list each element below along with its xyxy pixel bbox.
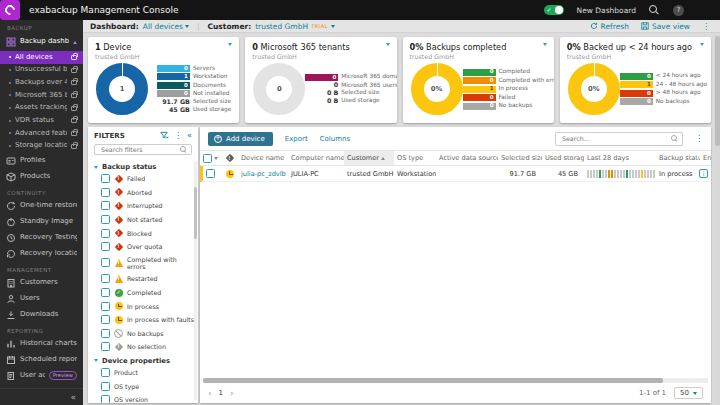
sidebar-item-recovery-locations[interactable]: Recovery locations [0,246,83,262]
card-title: 0 Microsoft 365 tenants [252,42,389,52]
checkbox[interactable] [101,315,110,324]
checkbox[interactable] [101,274,110,283]
sidebar-item-advanced-features[interactable]: Advanced features [0,127,83,140]
checkbox[interactable] [101,201,110,210]
sidebar-collapse-button[interactable]: « [0,388,83,405]
filters-scrollbar-thumb[interactable] [194,187,197,239]
cell-last28 [584,166,656,181]
table-toolbar: + Add device Export Columns ⋮ [200,127,711,150]
column-header-used-storage[interactable]: Used storage [542,151,584,165]
new-dashboard-toggle[interactable] [544,5,564,15]
sidebar-item-label: Profiles [20,157,77,165]
historical-charts-icon [6,339,16,349]
sidebar-item-users[interactable]: Users [0,291,83,307]
card-menu-chevron-icon[interactable] [543,43,547,46]
sidebar-item-microsoft-365-backups[interactable]: Microsoft 365 backups [0,89,83,102]
checkbox[interactable] [101,395,110,403]
row-checkbox[interactable] [206,169,215,178]
filter-search-input[interactable] [99,145,177,154]
sidebar-item-historical-charts[interactable]: Historical charts [0,336,83,352]
checkbox[interactable] [101,242,110,251]
column-header-active-data-sources[interactable]: Active data sources [436,151,498,165]
sidebar-item-scheduled-reports[interactable]: Scheduled reports [0,352,83,368]
filter-item-label: Interrupted [127,202,163,209]
checkbox[interactable] [101,188,110,197]
customer-selector[interactable]: trusted GmbH TRIAL [255,22,334,31]
card-menu-chevron-icon[interactable] [386,43,390,46]
column-header-errors[interactable]: Errors [700,151,711,165]
select-all-checkbox[interactable] [203,154,212,163]
card-menu-chevron-icon[interactable] [228,43,232,46]
filter-item-label: In process [127,303,159,310]
sidebar-item-vdr-status[interactable]: VDR status [0,114,83,127]
columns-button[interactable]: Columns [320,135,350,143]
checkbox[interactable] [101,288,110,297]
column-header-last-28-days[interactable]: Last 28 days [584,151,656,165]
vertical-scrollbar-thumb[interactable] [715,36,720,146]
sidebar-item-assets-tracking[interactable]: Assets tracking [0,102,83,115]
sidebar-item-unsuccessful-backups[interactable]: Unsuccessful backups [0,64,83,77]
page-number[interactable]: 1 [219,389,223,397]
dashboard-selector[interactable]: All devices [143,22,189,31]
table-search-input[interactable] [560,134,668,143]
sidebar-item-user-actions[interactable]: User actionsPreview [0,368,83,384]
sidebar-item-downloads[interactable]: Downloads [0,307,83,323]
checkbox[interactable] [101,329,110,338]
sidebar-item-standby-image[interactable]: Standby Image [0,214,83,230]
save-view-button[interactable]: Save view [641,22,690,31]
sidebar-item-recovery-testing[interactable]: Recovery Testing [0,230,83,246]
page-size-select[interactable]: 50 [674,387,703,399]
checkbox[interactable] [101,215,110,224]
column-header-computer-name[interactable]: Computer name [288,151,344,165]
export-button[interactable]: Export [285,135,308,143]
sidebar-item-products[interactable]: Products [0,169,83,185]
sidebar-item-storage-location[interactable]: Storage location [0,140,83,153]
checkbox[interactable] [101,258,110,267]
checkbox[interactable] [101,368,110,377]
more-options-icon[interactable]: ⋮ [702,22,710,31]
one-time-restore-icon [6,201,16,211]
sidebar-item-label: User actions [20,372,45,380]
help-icon[interactable]: ? [673,5,684,16]
exabackup-management-console: exabackup Management Console New Dashboa… [0,0,720,405]
checkbox[interactable] [101,302,110,311]
add-device-button[interactable]: + Add device [208,132,273,146]
next-page-icon[interactable]: › [230,389,234,398]
sidebar-item-all-devices[interactable]: All devices [0,51,83,64]
checkbox[interactable] [101,382,110,391]
previous-page-icon[interactable]: ‹ [208,389,212,398]
chevron-down-icon[interactable] [214,157,218,160]
sidebar-item-one-time-restore[interactable]: One-time restore [0,198,83,214]
collapse-filters-icon[interactable]: « [187,132,192,140]
legend-bar: 0 [157,90,190,97]
sidebar-item-profiles[interactable]: Profiles [0,153,83,169]
day-segment [596,170,598,178]
refresh-button[interactable]: Refresh [590,22,629,31]
column-header-customer[interactable]: Customer [344,151,394,165]
row-info-icon[interactable]: i [699,169,708,178]
clear-filters-icon[interactable] [160,131,169,140]
card-menu-chevron-icon[interactable] [700,43,704,46]
device-name-link[interactable]: julia-pc_zdvlb [241,170,286,178]
horizontal-scrollbar-thumb[interactable] [203,378,663,383]
table-menu-icon[interactable]: ⋮ [695,134,703,143]
checkbox[interactable] [101,342,110,351]
checkbox[interactable] [101,174,110,183]
column-header-os-type[interactable]: OS type [394,151,436,165]
filter-group-backup-status[interactable]: Backup status [88,160,198,172]
filter-group-device-properties[interactable]: Device properties [88,354,198,366]
legend-label: Workstation [193,74,228,80]
horizontal-scrollbar-track [203,378,708,383]
column-header-backup-status[interactable]: Backup status [656,151,700,165]
sidebar-item-backup-dashboard[interactable]: Backup dashboard [0,33,83,51]
column-header-selected-size[interactable]: Selected size [498,151,542,165]
sidebar-item-customers[interactable]: Customers [0,275,83,291]
table-search-box [555,132,683,146]
search-icon[interactable] [649,5,660,16]
filters-menu-icon[interactable]: ⋮ [174,132,182,140]
sidebar-item-backups-over-48-hours[interactable]: Backups over 48 hours [0,76,83,89]
column-header-device-name[interactable]: Device name [238,151,288,165]
checkbox[interactable] [101,229,110,238]
cell-used-storage: 45 GB [542,166,584,181]
legend-bar: 1 [620,81,653,88]
